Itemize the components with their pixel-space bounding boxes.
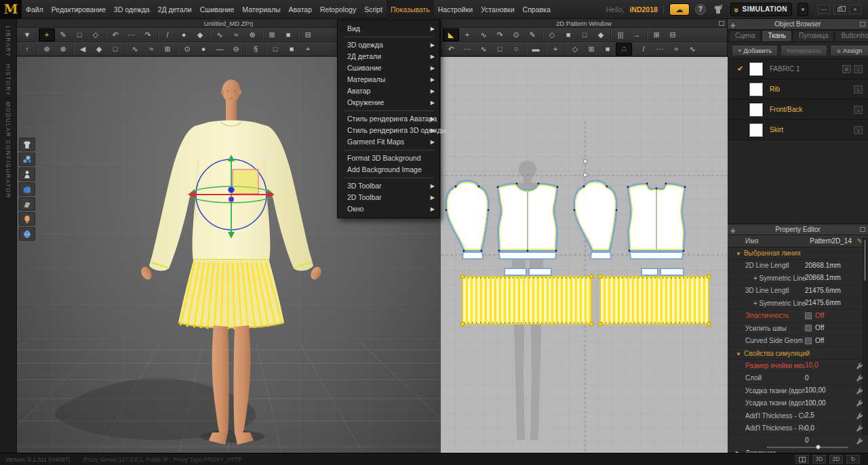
menubar-item[interactable]: 3D одежда: [110, 0, 154, 19]
fold-pair-icon[interactable]: ⊞: [264, 28, 280, 41]
property-row[interactable]: ▶ Add'l Thickness - Ren 0,0: [728, 422, 868, 435]
tab-fabric[interactable]: Ткань: [762, 30, 792, 41]
pleats-icon[interactable]: |||: [612, 28, 629, 41]
pattern-skirt-left[interactable]: [460, 275, 593, 326]
property-row[interactable]: ▶ Усадка ткани (вдоль 100,00: [728, 385, 868, 398]
tab-scene[interactable]: Сцена: [729, 30, 761, 41]
pattern-name-value[interactable]: Pattern2D_14: [810, 235, 852, 247]
wave-icon[interactable]: ∿: [475, 43, 492, 56]
property-row[interactable]: ▶ Слой 0: [728, 372, 868, 385]
section-selected-line[interactable]: ▼Выбранная линия: [728, 247, 868, 260]
move-point-icon[interactable]: ⋯: [123, 28, 140, 41]
menu-item-3d-clothes[interactable]: 3D одежда ▶: [338, 39, 439, 51]
view-3d-button[interactable]: 3D: [812, 455, 826, 464]
zoom-slider[interactable]: [767, 444, 848, 449]
tack-pair-icon[interactable]: ≈: [143, 43, 159, 56]
wrench-icon[interactable]: [856, 438, 863, 445]
screen-b-icon[interactable]: ■: [283, 43, 300, 56]
flatten-c-icon[interactable]: ■: [599, 43, 616, 56]
menu-item-materials[interactable]: Материалы ▶: [338, 74, 439, 85]
menubar-item[interactable]: Редактирование: [47, 0, 110, 19]
edit-name-icon[interactable]: ✎: [857, 235, 863, 247]
close-button[interactable]: ×: [849, 5, 861, 14]
save-fabric-icon[interactable]: ↓: [854, 106, 863, 114]
edit-sewing-icon[interactable]: /: [159, 28, 176, 41]
property-row[interactable]: ▶ Add'l Thickness - Coll 2,5: [728, 410, 868, 423]
restore-button[interactable]: [833, 5, 846, 14]
tab-buttonhole[interactable]: Buttonhole: [835, 30, 868, 41]
popout-icon[interactable]: [860, 22, 865, 26]
simulation-button[interactable]: » SIMULATION: [730, 3, 792, 16]
checkbox[interactable]: [805, 338, 812, 344]
property-row[interactable]: ▶ + Symmetric Line 21475.6mm: [728, 298, 868, 310]
checkbox[interactable]: [805, 312, 812, 319]
property-row[interactable]: ▶ 3D Line Lengtl 21475.6mm: [728, 285, 868, 298]
pattern-skirt-right[interactable]: [598, 275, 711, 326]
menu-item-2d-parts[interactable]: 2Д детали ▶: [338, 51, 439, 62]
view-2d-button[interactable]: 2D: [829, 455, 843, 464]
free-sew-icon[interactable]: ⋯: [652, 43, 668, 56]
add-garment-icon[interactable]: [711, 4, 725, 15]
avatar-walk-icon[interactable]: ↑: [19, 43, 35, 56]
show-avatar-icon[interactable]: [19, 167, 35, 181]
mn-sew-icon[interactable]: ≈: [668, 43, 684, 56]
sphere-tool-icon[interactable]: ●: [176, 28, 192, 41]
menu-item-3d-toolbar[interactable]: 3D Toolbar ▶: [338, 180, 439, 192]
dock-tab[interactable]: MODULAR CONFIGURATOR: [5, 102, 12, 199]
pattern-dark-icon[interactable]: ■: [560, 28, 576, 41]
grid-icon[interactable]: ⊟: [665, 28, 681, 41]
button-tool-icon[interactable]: ⊙: [179, 43, 195, 56]
fold-dark-icon[interactable]: ◆: [91, 43, 107, 56]
mn-free-sew-icon[interactable]: ∿: [684, 43, 701, 56]
show-pins-icon[interactable]: ∴: [616, 43, 632, 56]
stitch-line-icon[interactable]: —: [212, 43, 228, 56]
property-row[interactable]: ▶ Размер ячейки меш 10,0: [728, 360, 868, 373]
menu-item-vid[interactable]: Вид ▶: [338, 23, 439, 35]
menubar-item[interactable]: 2Д детали: [154, 0, 196, 19]
flatten-b-icon[interactable]: ⊞: [583, 43, 599, 56]
segment-sewing-icon[interactable]: ∿: [212, 28, 228, 41]
Skirt[interactable]: ✔ Skirt ≡ ↓: [728, 120, 868, 140]
save-fabric-icon[interactable]: ↓: [854, 126, 863, 134]
simulation-dropdown-caret[interactable]: ▼: [797, 3, 808, 16]
remove-pin-icon[interactable]: ⊗: [55, 43, 71, 56]
iron-icon[interactable]: ▬: [528, 43, 544, 56]
menubar-item[interactable]: Установки: [477, 0, 518, 19]
menubar-item[interactable]: Файл: [22, 0, 47, 19]
fold-arrangement-icon[interactable]: ◀: [75, 43, 91, 56]
screen-a-icon[interactable]: □: [267, 43, 283, 56]
pin-sewing-icon[interactable]: ⊕: [244, 28, 260, 41]
baste-icon[interactable]: ⋯: [459, 43, 475, 56]
button-icon[interactable]: ●: [195, 43, 212, 56]
tack-icon[interactable]: ∿: [127, 43, 143, 56]
username[interactable]: iND2018: [629, 5, 657, 14]
menubar-item[interactable]: Аватар: [285, 0, 316, 19]
pin-icon[interactable]: ✚: [730, 20, 736, 31]
menubar-item[interactable]: Script: [360, 0, 387, 19]
zipper-icon[interactable]: §: [248, 43, 264, 56]
menu-item-avatar-render-style[interactable]: Стиль рендеринга Аватара ▶: [338, 113, 439, 125]
menu-item-environment[interactable]: Окружение ▶: [338, 97, 439, 108]
checkbox[interactable]: [805, 325, 812, 331]
dock-tab[interactable]: HISTORY: [5, 64, 12, 96]
refresh-button[interactable]: ↻: [846, 455, 860, 464]
flatten-a-icon[interactable]: ◇: [567, 43, 583, 56]
fabric-swatch[interactable]: [749, 123, 763, 137]
pattern-front-bodice[interactable]: [497, 183, 559, 259]
save-fabric-icon[interactable]: ↓: [854, 65, 863, 73]
pin-tool-icon[interactable]: ⊕: [39, 43, 55, 56]
Front/Back[interactable]: ✔ Front/Back ≡ ↓: [728, 100, 868, 120]
show-garment-icon[interactable]: [19, 138, 35, 151]
help-button[interactable]: ?: [695, 4, 706, 15]
menu-item-window[interactable]: Окно ▶: [338, 203, 439, 215]
solidify-icon[interactable]: ■: [280, 28, 296, 41]
free-sewing-icon[interactable]: ≈: [228, 28, 244, 41]
select-box-icon[interactable]: □: [71, 28, 87, 41]
popout-icon[interactable]: [860, 227, 865, 232]
edit-curvature-icon[interactable]: ∿: [475, 28, 492, 41]
redo-arrangement-icon[interactable]: ↷: [140, 28, 156, 41]
fabric-swatch[interactable]: [749, 83, 763, 96]
popout-icon[interactable]: [719, 21, 724, 26]
mesh-garment-icon[interactable]: ⊞: [159, 43, 176, 56]
copy-fabric-button[interactable]: Копировать: [781, 45, 827, 56]
